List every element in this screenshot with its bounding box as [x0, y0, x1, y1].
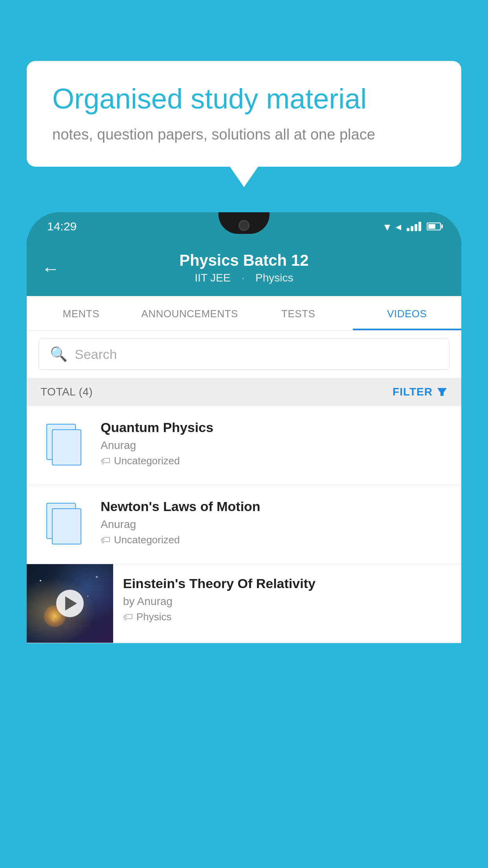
- video-list: Quantum Physics Anurag 🏷 Uncategorized: [27, 406, 461, 643]
- tab-videos[interactable]: VIDEOS: [353, 296, 462, 330]
- play-button[interactable]: [56, 590, 84, 617]
- app-header: ← Physics Batch 12 IIT JEE · Physics: [27, 241, 461, 296]
- battery-icon: [427, 223, 441, 230]
- camera-dot: [238, 220, 250, 231]
- filter-bar: TOTAL (4) FILTER: [27, 378, 461, 406]
- item-info: Einstein's Theory Of Relativity by Anura…: [113, 564, 461, 635]
- subtitle-sep: ·: [242, 272, 245, 284]
- item-author: by Anurag: [123, 595, 451, 608]
- header-subtitle: IIT JEE · Physics: [191, 272, 297, 284]
- item-info: Newton's Laws of Motion Anurag 🏷 Uncateg…: [101, 499, 449, 546]
- filter-icon: [437, 386, 448, 397]
- item-title: Quantum Physics: [101, 420, 449, 435]
- app-content: 🔍 Search TOTAL (4) FILTER: [27, 331, 461, 643]
- status-time: 14:29: [47, 220, 77, 233]
- einstein-thumbnail: [27, 564, 113, 643]
- subtitle-iit: IIT JEE: [194, 272, 230, 284]
- tag-icon: 🏷: [101, 455, 111, 467]
- phone-frame: 14:29 ▾ ◂: [27, 212, 461, 643]
- document-icon: [46, 503, 82, 546]
- search-container: 🔍 Search: [27, 331, 461, 378]
- list-item[interactable]: Einstein's Theory Of Relativity by Anura…: [27, 564, 461, 643]
- item-title: Newton's Laws of Motion: [101, 499, 449, 514]
- item-tag: 🏷 Physics: [123, 611, 451, 623]
- wifi-icon: ▾: [384, 220, 390, 234]
- filter-button[interactable]: FILTER: [393, 386, 448, 398]
- item-author: Anurag: [101, 518, 449, 531]
- bubble-subtitle: notes, question papers, solutions all at…: [52, 126, 436, 143]
- phone-mockup: 14:29 ▾ ◂: [27, 212, 461, 868]
- tag-icon: 🏷: [123, 611, 133, 623]
- item-tag: 🏷 Uncategorized: [101, 534, 449, 546]
- status-icons: ▾ ◂: [384, 220, 441, 234]
- filter-label: FILTER: [393, 386, 433, 398]
- speech-bubble-container: Organised study material notes, question…: [27, 61, 461, 167]
- bubble-title: Organised study material: [52, 83, 436, 115]
- search-placeholder: Search: [75, 347, 117, 362]
- item-info: Quantum Physics Anurag 🏷 Uncategorized: [101, 420, 449, 467]
- tab-tests[interactable]: TESTS: [244, 296, 353, 330]
- list-item[interactable]: Newton's Laws of Motion Anurag 🏷 Uncateg…: [27, 485, 461, 564]
- item-title: Einstein's Theory Of Relativity: [123, 576, 451, 591]
- speech-bubble: Organised study material notes, question…: [27, 61, 461, 167]
- item-tag: 🏷 Uncategorized: [101, 455, 449, 467]
- play-triangle-icon: [65, 596, 77, 611]
- item-author: Anurag: [101, 439, 449, 452]
- tabs-bar: MENTS ANNOUNCEMENTS TESTS VIDEOS: [27, 296, 461, 331]
- tag-label: Uncategorized: [114, 534, 180, 546]
- tag-icon: 🏷: [101, 534, 111, 546]
- search-icon: 🔍: [50, 346, 68, 362]
- svg-marker-0: [437, 388, 447, 396]
- signal-icon: [407, 222, 421, 231]
- list-item[interactable]: Quantum Physics Anurag 🏷 Uncategorized: [27, 406, 461, 485]
- total-count: TOTAL (4): [40, 386, 93, 398]
- item-thumbnail: [39, 499, 90, 550]
- tag-label: Uncategorized: [114, 455, 180, 467]
- item-thumbnail: [39, 420, 90, 471]
- subtitle-physics: Physics: [255, 272, 293, 284]
- tab-ments[interactable]: MENTS: [27, 296, 136, 330]
- wifi-icon: ◂: [396, 220, 401, 233]
- tag-label: Physics: [136, 611, 172, 623]
- search-bar[interactable]: 🔍 Search: [39, 338, 449, 370]
- tab-announcements[interactable]: ANNOUNCEMENTS: [136, 296, 244, 330]
- document-icon: [46, 424, 82, 467]
- header-title: Physics Batch 12: [179, 252, 308, 269]
- back-button[interactable]: ←: [42, 258, 60, 279]
